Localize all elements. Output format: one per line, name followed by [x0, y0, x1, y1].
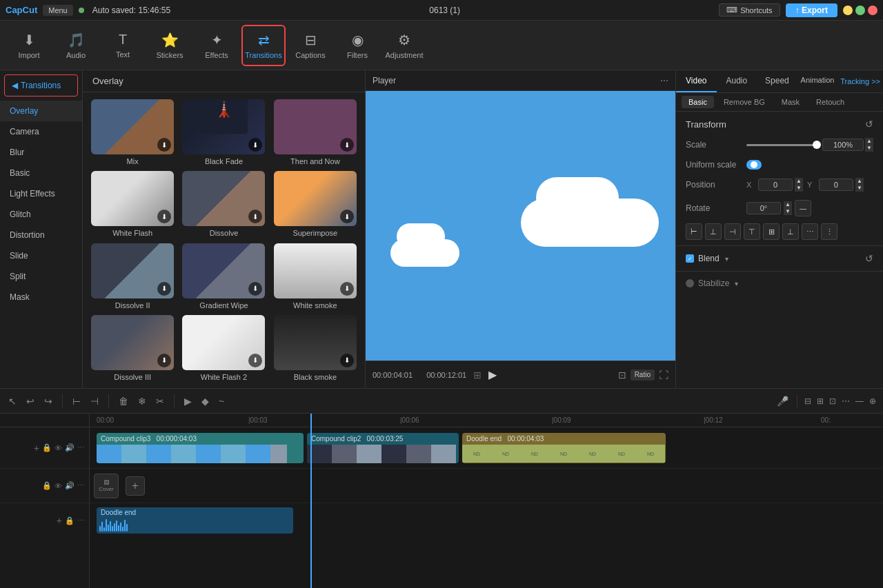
- download-icon[interactable]: ⬇: [340, 210, 354, 223]
- tool-stickers[interactable]: ⭐ Stickers: [148, 25, 192, 66]
- transition-white-smoke[interactable]: ⬇ White smoke: [272, 243, 358, 310]
- align-top-button[interactable]: ⊤: [744, 223, 760, 240]
- blend-reset-icon[interactable]: ↺: [865, 253, 873, 264]
- scale-input[interactable]: [822, 139, 864, 151]
- sidebar-item-distortion[interactable]: Distortion: [0, 225, 82, 245]
- sidebar-item-blur[interactable]: Blur: [0, 142, 82, 163]
- stabilize-toggle[interactable]: [686, 279, 694, 287]
- sidebar-item-split[interactable]: Split: [0, 266, 82, 287]
- cover-button[interactable]: 🖼 Cover: [94, 474, 119, 498]
- clip-doodle-end[interactable]: Doodle end 00:00:04:03 ND ND ND ND ND ND…: [462, 433, 666, 463]
- sidebar-item-slide[interactable]: Slide: [0, 245, 82, 266]
- pos-x-up[interactable]: ▲: [795, 178, 803, 185]
- pos-x-down[interactable]: ▼: [795, 185, 803, 192]
- tool-text[interactable]: T Text: [101, 25, 145, 66]
- stabilize-expand-icon[interactable]: ▾: [735, 280, 738, 287]
- tool-filters[interactable]: ◉ Filters: [335, 25, 379, 66]
- download-icon[interactable]: ⬇: [157, 210, 171, 223]
- rotate-reset-button[interactable]: —: [795, 200, 811, 216]
- close-button[interactable]: [868, 6, 877, 15]
- tool-import[interactable]: ⬇ Import: [7, 25, 51, 66]
- tl-expand[interactable]: ⊕: [868, 395, 877, 407]
- audio-clip[interactable]: Doodle end: [97, 507, 293, 534]
- transition-superimpose[interactable]: ⬇ Superimpose: [272, 171, 358, 237]
- tab-animation[interactable]: Animation: [797, 70, 838, 92]
- redo-button[interactable]: ↪: [41, 394, 55, 408]
- export-button[interactable]: ↑ Export: [786, 3, 837, 17]
- transition-dissolve-iii[interactable]: ⬇ Dissolve III: [90, 315, 175, 381]
- curve-button[interactable]: ~: [216, 394, 227, 408]
- position-y-input[interactable]: [819, 179, 853, 191]
- transition-black-fade[interactable]: 🗼 ⬇ Black Fade: [181, 99, 266, 165]
- track-more-button[interactable]: ⋯: [77, 443, 85, 452]
- transition-black-smoke[interactable]: ⬇ Black smoke: [272, 315, 358, 381]
- download-icon[interactable]: ⬇: [157, 282, 171, 296]
- transition-white-flash[interactable]: ⬇ White Flash: [90, 171, 175, 237]
- transition-gradient-wipe[interactable]: ⬇ Gradient Wipe: [181, 243, 266, 310]
- transition-dissolve[interactable]: ⬇ Dissolve: [181, 171, 266, 237]
- rotate-down[interactable]: ▼: [784, 208, 792, 215]
- distribute-h-button[interactable]: ⋯: [802, 223, 818, 240]
- fit-icon[interactable]: ⊡: [618, 369, 626, 381]
- uniform-scale-toggle[interactable]: [746, 160, 762, 170]
- mic-button[interactable]: 🎤: [774, 394, 791, 408]
- tl-zoom-out[interactable]: ⊟: [803, 395, 813, 407]
- rotate-up[interactable]: ▲: [784, 201, 792, 208]
- download-icon[interactable]: ⬇: [248, 354, 262, 367]
- grid-icon[interactable]: ⊞: [473, 369, 482, 381]
- cover-audio-button[interactable]: 🔊: [65, 481, 75, 490]
- undo-button[interactable]: ↩: [23, 394, 37, 408]
- scale-thumb[interactable]: [813, 141, 821, 149]
- subtab-retouch[interactable]: Retouch: [809, 96, 851, 108]
- audio-lock-button[interactable]: 🔒: [65, 516, 75, 525]
- align-center-h-button[interactable]: ⊥: [705, 223, 722, 240]
- download-icon[interactable]: ⬇: [340, 354, 354, 367]
- transition-white-flash-2[interactable]: ⬇ White Flash 2: [181, 315, 266, 381]
- clip-compound3[interactable]: Compound clip3 00:000:04:03: [97, 433, 304, 463]
- tl-fit[interactable]: ⊡: [828, 395, 837, 407]
- blend-checkbox[interactable]: ✓: [686, 254, 694, 263]
- distribute-v-button[interactable]: ⋮: [821, 223, 837, 240]
- transition-dissolve-ii[interactable]: ⬇ Dissolve II: [90, 243, 175, 310]
- download-icon[interactable]: ⬇: [248, 210, 262, 223]
- cover-visible-button[interactable]: 👁: [54, 482, 62, 490]
- scale-slider[interactable]: [746, 139, 817, 150]
- play-range-button[interactable]: ▶: [181, 394, 195, 408]
- align-right-button[interactable]: ⊣: [724, 223, 741, 240]
- download-icon[interactable]: ⬇: [157, 138, 171, 152]
- tab-speed[interactable]: Speed: [757, 70, 797, 92]
- blend-expand-icon[interactable]: ▾: [725, 255, 728, 263]
- sidebar-item-light-effects[interactable]: Light Effects: [0, 183, 82, 204]
- download-icon[interactable]: ⬇: [340, 138, 354, 152]
- add-cover-button[interactable]: +: [126, 476, 145, 496]
- download-icon[interactable]: ⬇: [340, 282, 354, 296]
- tab-audio[interactable]: Audio: [717, 70, 757, 92]
- minimize-button[interactable]: [843, 6, 853, 15]
- download-icon[interactable]: ⬇: [248, 138, 262, 152]
- download-icon[interactable]: ⬇: [157, 354, 171, 367]
- tab-tracking[interactable]: Tracking >>: [837, 70, 883, 92]
- sidebar-item-overlay[interactable]: Overlay: [0, 101, 82, 121]
- tool-effects[interactable]: ✦ Effects: [195, 25, 239, 66]
- tool-transitions[interactable]: ⇄ Transitions: [241, 25, 286, 66]
- play-button[interactable]: ▶: [488, 368, 497, 381]
- sidebar-item-camera[interactable]: Camera: [0, 121, 82, 142]
- tl-more[interactable]: ⋯: [840, 395, 851, 407]
- cover-lock-button[interactable]: 🔒: [42, 481, 52, 490]
- align-left-button[interactable]: ⊢: [686, 223, 702, 240]
- pos-y-down[interactable]: ▼: [855, 185, 864, 192]
- cover-more-button[interactable]: ⋯: [77, 481, 85, 490]
- tool-audio[interactable]: 🎵 Audio: [54, 25, 98, 66]
- position-x-input[interactable]: [758, 179, 793, 191]
- shortcuts-button[interactable]: ⌨ Shortcuts: [719, 3, 780, 17]
- tab-video[interactable]: Video: [676, 70, 717, 92]
- transition-mix[interactable]: ⬇ Mix: [90, 99, 175, 165]
- ratio-button[interactable]: Ratio: [631, 369, 655, 381]
- transition-then-and-now[interactable]: ⬇ Then and Now: [272, 99, 358, 165]
- tl-zoom-slider[interactable]: —: [854, 395, 865, 407]
- crop-button[interactable]: ✂: [153, 394, 167, 408]
- freeze-button[interactable]: ❄: [135, 394, 149, 408]
- audio-more-button[interactable]: ⋯: [77, 516, 85, 525]
- maximize-button[interactable]: [855, 6, 865, 15]
- clip-compound2[interactable]: Compound clip2 00:00:03:25: [307, 433, 459, 463]
